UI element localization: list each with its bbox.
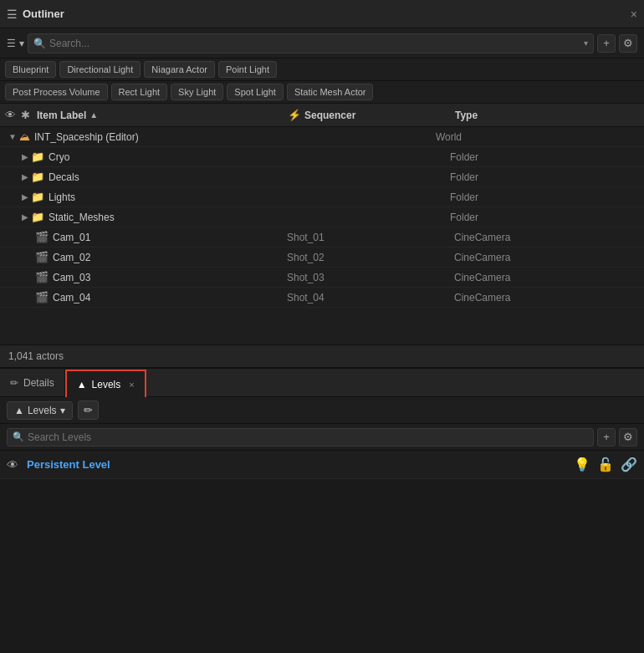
level-action-buttons: 💡 🔓 🔗 [574,457,637,472]
tab-details-label: Details [23,377,54,389]
filter-sky-light[interactable]: Sky Light [171,84,223,100]
expand-arrow-icon[interactable]: ▶ [22,212,28,222]
filter-blueprint[interactable]: Blueprint [5,61,56,78]
persistent-level-row[interactable]: 👁 Persistent Level 💡 🔓 🔗 [0,451,644,479]
camera-icon: 🎬 [35,291,49,304]
levels-search-wrap: 🔍 [7,428,594,446]
expand-arrow-icon[interactable]: ▶ [22,192,28,202]
filter-spot-light[interactable]: Spot Light [227,84,284,100]
star-icon[interactable]: ✱ [21,109,30,121]
level-connect-icon[interactable]: 🔗 [621,457,637,472]
folder-icon: 📁 [31,171,44,183]
persistent-level-name: Persistent Level [27,458,574,471]
filter-row-1: Blueprint Directional Light Niagara Acto… [0,59,644,81]
levels-search-bar: 🔍 + ⚙ [0,424,644,451]
levels-settings-button[interactable]: ⚙ [619,428,637,446]
tree-row[interactable]: 🎬 Cam_02 Shot_02 CineCamera [0,247,644,268]
tree-row[interactable]: 🎬 Cam_04 Shot_04 CineCamera [0,288,644,308]
outliner-title: Outliner [23,8,631,20]
lightning-icon: ⚡ [288,109,301,121]
search-actions: + ⚙ [597,34,637,53]
levels-dropdown-label: Levels [28,405,57,416]
settings-button[interactable]: ⚙ [619,34,637,53]
levels-dropdown-icon: ▲ [14,405,24,416]
sort-arrow-icon: ▲ [89,110,98,120]
tree-row[interactable]: ▶ 📁 Lights Folder [0,187,644,207]
level-light-icon[interactable]: 💡 [574,457,590,472]
outliner-panel: ☰ Outliner × ☰ ▾ 🔍 ▾ + ⚙ Blueprint Direc… [0,0,644,369]
expand-arrow-icon[interactable]: ▶ [22,172,28,181]
levels-toolbar: ▲ Levels ▾ ✏ [0,397,644,424]
search-input[interactable] [49,38,584,49]
outliner-search-bar: ☰ ▾ 🔍 ▾ + ⚙ [0,28,644,59]
visibility-toggle-icon[interactable]: 👁 [5,109,16,121]
folder-icon: 📁 [31,150,44,163]
filter-directional-light[interactable]: Directional Light [59,61,141,78]
search-dropdown-arrow[interactable]: ▾ [584,38,588,48]
tab-details[interactable]: ✏ Details [0,369,65,396]
filter-rect-light[interactable]: Rect Light [111,84,168,100]
world-icon: ⛰ [19,130,30,143]
actor-count-label: 1,041 actors [8,350,64,362]
levels-edit-button[interactable]: ✏ [78,400,99,420]
outliner-menu-icon: ☰ [7,8,18,21]
tab-levels-label: Levels [92,379,121,390]
actor-count-bar: 1,041 actors [0,344,644,368]
filter-niagara-actor[interactable]: Niagara Actor [144,61,215,78]
camera-icon: 🎬 [35,251,49,263]
tab-row: ✏ Details ▲ Levels × [0,369,644,397]
filter-row-2: Post Process Volume Rect Light Sky Light… [0,81,644,104]
filter-post-process-volume[interactable]: Post Process Volume [5,84,108,100]
camera-icon: 🎬 [35,231,49,243]
add-actor-button[interactable]: + [597,34,616,53]
tab-levels-close[interactable]: × [129,380,134,390]
col-header-item-label[interactable]: Item Label ▲ [37,110,288,121]
expand-arrow-icon[interactable]: ▼ [8,132,17,141]
tab-levels[interactable]: ▲ Levels × [65,370,146,397]
pencil-icon: ✏ [10,377,18,389]
folder-icon: 📁 [31,191,44,203]
tree-row[interactable]: ▼ ⛰ INT_Spaceship (Editor) World [0,127,644,147]
camera-icon: 🎬 [35,271,49,283]
level-visibility-icon[interactable]: 👁 [7,458,18,472]
levels-dropdown-button[interactable]: ▲ Levels ▾ [7,401,73,420]
filter-list-icon[interactable]: ☰ [7,38,16,49]
tree-row[interactable]: 🎬 Cam_01 Shot_01 CineCamera [0,227,644,247]
filter-chevron-icon[interactable]: ▾ [19,38,24,49]
tree-row[interactable]: 🎬 Cam_03 Shot_03 CineCamera [0,268,644,288]
filter-static-mesh-actor[interactable]: Static Mesh Actor [287,84,374,100]
tree-row[interactable]: ▶ 📁 Cryo Folder [0,147,644,167]
col-header-sequencer: ⚡ Sequencer [288,109,455,121]
expand-arrow-icon[interactable]: ▶ [22,152,28,161]
search-icon: 🔍 [13,431,24,442]
outliner-close-button[interactable]: × [631,8,637,21]
tree-row[interactable]: ▶ 📁 Static_Meshes Folder [0,207,644,227]
outliner-tree: ▼ ⛰ INT_Spaceship (Editor) World ▶ 📁 Cry… [0,127,644,344]
outliner-title-bar: ☰ Outliner × [0,0,644,28]
col-header-type: Type [455,110,639,121]
bottom-area: ✏ Details ▲ Levels × ▲ Levels ▾ ✏ 🔍 + ⚙ … [0,369,644,479]
level-lock-icon[interactable]: 🔓 [597,457,614,472]
filter-point-light[interactable]: Point Light [218,61,277,78]
levels-add-button[interactable]: + [597,428,616,446]
tree-row[interactable]: ▶ 📁 Decals Folder [0,167,644,187]
column-header: 👁 ✱ Item Label ▲ ⚡ Sequencer Type [0,104,644,127]
levels-tab-icon: ▲ [77,379,87,390]
levels-dropdown-arrow: ▾ [60,405,65,416]
search-icon: 🔍 [33,38,46,49]
folder-icon: 📁 [31,211,44,223]
levels-search-input[interactable] [28,431,588,443]
search-input-wrap: 🔍 ▾ [28,33,594,54]
